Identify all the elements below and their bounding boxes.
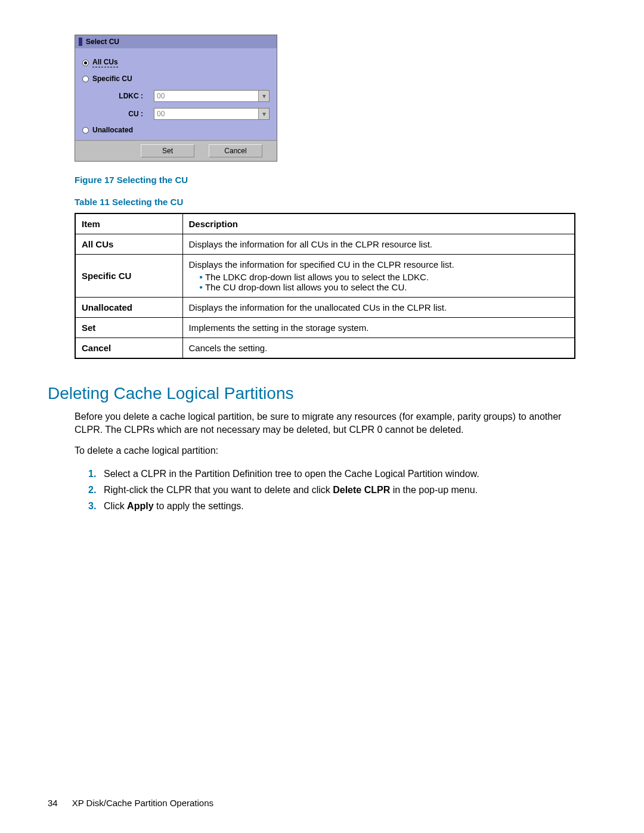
- table-caption: Table 11 Selecting the CU: [75, 197, 596, 207]
- steps-list: Select a CLPR in the Partition Definitio…: [88, 466, 596, 515]
- cell-item: Cancel: [75, 338, 182, 359]
- cell-item: Unallocated: [75, 298, 182, 318]
- selecting-cu-table: Item Description All CUs Displays the in…: [75, 213, 575, 359]
- radio-icon: [82, 76, 89, 82]
- cell-desc: Displays the information for all CUs in …: [182, 234, 575, 255]
- cell-item: All CUs: [75, 234, 182, 255]
- table-row: All CUs Displays the information for all…: [75, 234, 575, 255]
- th-item: Item: [75, 213, 182, 234]
- cell-desc: Displays the information for specified C…: [182, 255, 575, 298]
- ldkc-label: LDKC :: [82, 92, 154, 100]
- radio-specific-cu[interactable]: Specific CU: [82, 75, 270, 83]
- radio-icon: [82, 60, 89, 66]
- section-heading: Deleting Cache Logical Partitions: [48, 384, 596, 403]
- cell-desc: Displays the information for the unalloc…: [182, 298, 575, 318]
- radio-specific-cu-label: Specific CU: [92, 75, 132, 83]
- list-item: Right-click the CLPR that you want to de…: [88, 482, 596, 498]
- table-row: Cancel Cancels the setting.: [75, 338, 575, 359]
- radio-all-cus-label: All CUs: [92, 58, 118, 67]
- dialog-titlebar: Select CU: [75, 35, 277, 48]
- list-item: Select a CLPR in the Partition Definitio…: [88, 466, 596, 482]
- desc-text: Displays the information for specified C…: [189, 259, 454, 270]
- cu-label: CU :: [82, 110, 154, 118]
- table-header-row: Item Description: [75, 213, 575, 234]
- figure-caption: Figure 17 Selecting the CU: [75, 175, 596, 185]
- chevron-down-icon[interactable]: ▾: [258, 109, 269, 119]
- body-text: Before you delete a cache logical partit…: [75, 410, 575, 457]
- dialog-button-bar: Set Cancel: [75, 140, 277, 161]
- ldkc-dropdown[interactable]: ▾: [154, 90, 270, 102]
- list-item: Click Apply to apply the settings.: [88, 498, 596, 514]
- set-button[interactable]: Set: [141, 144, 194, 157]
- table-row: Unallocated Displays the information for…: [75, 298, 575, 318]
- th-desc: Description: [182, 213, 575, 234]
- list-item: The LDKC drop-down list allows you to se…: [200, 272, 569, 282]
- cu-field: CU : ▾: [82, 108, 270, 120]
- desc-bullets: The LDKC drop-down list allows you to se…: [189, 272, 569, 292]
- cancel-button[interactable]: Cancel: [209, 144, 262, 157]
- cu-dropdown[interactable]: ▾: [154, 108, 270, 120]
- radio-unallocated-label: Unallocated: [92, 126, 133, 134]
- title-bar-accent: [79, 38, 82, 46]
- table-row: Set Implements the setting in the storag…: [75, 318, 575, 338]
- cu-value[interactable]: [154, 109, 258, 119]
- select-cu-dialog: Select CU All CUs Specific CU LDKC : ▾ C…: [75, 35, 277, 162]
- cell-desc: Implements the setting in the storage sy…: [182, 318, 575, 338]
- chevron-down-icon[interactable]: ▾: [258, 91, 269, 101]
- ldkc-value[interactable]: [154, 91, 258, 101]
- radio-icon: [82, 127, 89, 134]
- page-number: 34: [48, 798, 58, 808]
- cell-item: Specific CU: [75, 255, 182, 298]
- radio-unallocated[interactable]: Unallocated: [82, 126, 270, 134]
- cell-item: Set: [75, 318, 182, 338]
- cell-desc: Cancels the setting.: [182, 338, 575, 359]
- radio-all-cus[interactable]: All CUs: [82, 58, 270, 67]
- page-footer: 34XP Disk/Cache Partition Operations: [48, 798, 213, 808]
- footer-title: XP Disk/Cache Partition Operations: [72, 798, 213, 808]
- dialog-body: All CUs Specific CU LDKC : ▾ CU : ▾ Unal…: [75, 48, 277, 140]
- list-item: The CU drop-down list allows you to sele…: [200, 282, 569, 292]
- dialog-title-text: Select CU: [86, 38, 119, 46]
- table-row: Specific CU Displays the information for…: [75, 255, 575, 298]
- paragraph: To delete a cache logical partition:: [75, 444, 575, 457]
- paragraph: Before you delete a cache logical partit…: [75, 410, 575, 436]
- ldkc-field: LDKC : ▾: [82, 90, 270, 102]
